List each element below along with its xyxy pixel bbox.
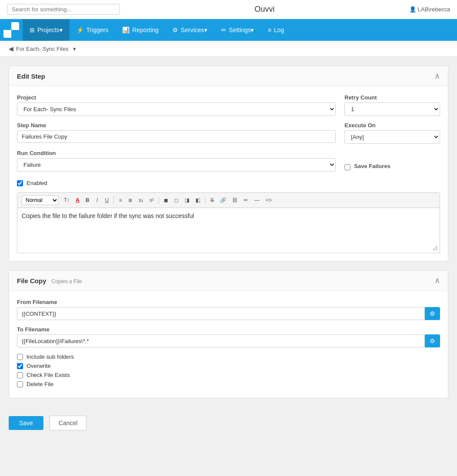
- file-copy-title-group: File Copy Copies a File: [17, 277, 82, 284]
- include-subfolders-checkbox[interactable]: [17, 354, 23, 360]
- execute-on-select[interactable]: [Any]: [344, 130, 440, 144]
- execute-on-label: Execute On: [344, 122, 440, 129]
- toolbar-font-size[interactable]: T↕: [61, 196, 72, 205]
- save-failures-label: Save Failures: [354, 163, 391, 169]
- toolbar-ol[interactable]: ≡: [116, 196, 125, 205]
- nav-log[interactable]: ≡ Log: [261, 19, 291, 41]
- edit-step-title: Edit Step: [17, 73, 45, 80]
- nav-reporting[interactable]: 📊 Reporting: [115, 19, 166, 41]
- check-file-exists-label: Check File Exists: [26, 372, 70, 378]
- step-name-input[interactable]: [17, 130, 336, 143]
- toolbar-bold[interactable]: B: [83, 196, 92, 205]
- nav-projects[interactable]: ⊞ Projects ▾: [23, 19, 70, 41]
- breadcrumb-link[interactable]: For Each- Sync Files: [16, 46, 69, 52]
- from-filename-gear-button[interactable]: ⚙: [425, 307, 440, 320]
- search-input[interactable]: [7, 4, 120, 15]
- nav-settings[interactable]: ✏ Settings ▾: [214, 19, 261, 41]
- project-retry-row: Project For Each- Sync Files Retry Count…: [17, 94, 440, 116]
- edit-step-collapse-button[interactable]: ∧: [434, 71, 440, 81]
- toolbar-unlink[interactable]: ⛓: [230, 196, 240, 205]
- include-subfolders-label: Include sub folders: [26, 354, 74, 360]
- toolbar-align-right[interactable]: ◨: [182, 196, 192, 205]
- delete-file-label: Delete File: [26, 381, 53, 387]
- services-icon: ⚙: [172, 26, 178, 33]
- toolbar-sep-1: [113, 196, 114, 204]
- main-nav: ⊞ Projects ▾ ⚡ Triggers 📊 Reporting ⚙ Se…: [0, 19, 457, 41]
- file-copy-card: File Copy Copies a File ∧ From Filename …: [9, 270, 448, 398]
- log-icon: ≡: [268, 26, 271, 33]
- from-filename-input-group: ⚙: [17, 307, 440, 320]
- delete-file-checkbox[interactable]: [17, 381, 23, 387]
- format-select[interactable]: Normal Heading 1 Heading 2: [22, 195, 59, 205]
- app-title: Ouvvi: [255, 5, 275, 14]
- retry-count-group: Retry Count 1: [344, 94, 440, 116]
- toolbar-italic[interactable]: I: [93, 196, 102, 205]
- nav-triggers[interactable]: ⚡ Triggers: [70, 19, 116, 41]
- to-filename-input[interactable]: [17, 334, 425, 347]
- check-file-exists-checkbox[interactable]: [17, 372, 23, 378]
- enabled-checkbox[interactable]: [17, 180, 23, 186]
- file-copy-header: File Copy Copies a File ∧: [9, 271, 448, 291]
- to-filename-gear-button[interactable]: ⚙: [425, 334, 440, 347]
- retry-count-select[interactable]: 1: [344, 102, 440, 116]
- editor-container: Normal Heading 1 Heading 2 T↕ A B I U ≡ …: [17, 192, 440, 253]
- stepname-executeon-row: Step Name Execute On [Any]: [17, 122, 440, 144]
- toolbar-sep-2: [159, 196, 159, 204]
- editor-content[interactable]: Copies the file to the failure folder if…: [17, 208, 440, 243]
- nav-services[interactable]: ⚙ Services ▾: [166, 19, 214, 41]
- overwrite-checkbox[interactable]: [17, 363, 23, 369]
- save-failures-group: Save Failures: [344, 150, 440, 174]
- edit-step-body: Project For Each- Sync Files Retry Count…: [9, 86, 448, 261]
- project-select[interactable]: For Each- Sync Files: [17, 102, 336, 116]
- editor-text: Copies the file to the failure folder if…: [22, 212, 194, 219]
- project-group: Project For Each- Sync Files: [17, 94, 336, 116]
- toolbar-ul[interactable]: ≣: [126, 196, 135, 205]
- step-name-group: Step Name: [17, 122, 336, 144]
- check-file-exists-row: Check File Exists: [17, 372, 440, 378]
- from-filename-group: From Filename ⚙: [17, 299, 440, 320]
- file-copy-title: File Copy: [17, 277, 46, 284]
- settings-icon: ✏: [221, 26, 226, 33]
- editor-toolbar: Normal Heading 1 Heading 2 T↕ A B I U ≡ …: [17, 193, 440, 208]
- toolbar-align-left[interactable]: ◼: [161, 196, 171, 205]
- resize-handle[interactable]: ⊿: [432, 244, 438, 252]
- toolbar-font-color[interactable]: A: [73, 196, 82, 205]
- projects-icon: ⊞: [30, 26, 35, 33]
- from-filename-input[interactable]: [17, 307, 425, 320]
- file-copy-subtitle: Copies a File: [51, 278, 82, 284]
- from-filename-label: From Filename: [17, 299, 440, 305]
- toolbar-underline[interactable]: U: [103, 196, 112, 205]
- toolbar-strikethrough[interactable]: S: [208, 196, 216, 205]
- run-condition-select[interactable]: Failure: [17, 158, 336, 172]
- project-label: Project: [17, 94, 336, 101]
- toolbar-subscript[interactable]: x₂: [136, 196, 146, 205]
- toolbar-source[interactable]: <>: [263, 196, 274, 205]
- toolbar-link[interactable]: 🔗: [217, 196, 229, 205]
- toolbar-highlight[interactable]: ✏: [241, 196, 251, 205]
- cancel-button[interactable]: Cancel: [50, 416, 87, 430]
- top-bar: Ouvvi 👤 LAB\rebecca: [0, 0, 457, 19]
- triggers-icon: ⚡: [76, 26, 84, 33]
- app-logo[interactable]: [3, 22, 19, 38]
- run-condition-group: Run Condition Failure: [17, 150, 336, 174]
- user-label: 👤 LAB\rebecca: [409, 6, 450, 13]
- toolbar-superscript[interactable]: x²: [147, 196, 156, 205]
- action-row: Save Cancel: [9, 407, 448, 435]
- delete-file-row: Delete File: [17, 381, 440, 387]
- toolbar-hr[interactable]: —: [252, 196, 262, 205]
- toolbar-align-center[interactable]: ◻: [172, 196, 181, 205]
- save-button[interactable]: Save: [9, 416, 43, 430]
- run-condition-label: Run Condition: [17, 150, 336, 156]
- enabled-label: Enabled: [26, 180, 47, 186]
- breadcrumb-dropdown[interactable]: ▾: [73, 46, 76, 52]
- retry-count-label: Retry Count: [344, 94, 440, 101]
- file-copy-body: From Filename ⚙ To Filename ⚙ Include su…: [9, 291, 448, 398]
- back-button[interactable]: ◀: [9, 45, 13, 52]
- edit-step-card: Edit Step ∧ Project For Each- Sync Files…: [9, 66, 448, 261]
- to-filename-group: To Filename ⚙: [17, 326, 440, 347]
- overwrite-label: Overwrite: [26, 363, 51, 369]
- save-failures-checkbox[interactable]: [344, 164, 351, 170]
- toolbar-align-justify[interactable]: ◧: [193, 196, 203, 205]
- file-copy-collapse-button[interactable]: ∧: [434, 276, 440, 285]
- runcondition-savefailures-row: Run Condition Failure Save Failures: [17, 150, 440, 174]
